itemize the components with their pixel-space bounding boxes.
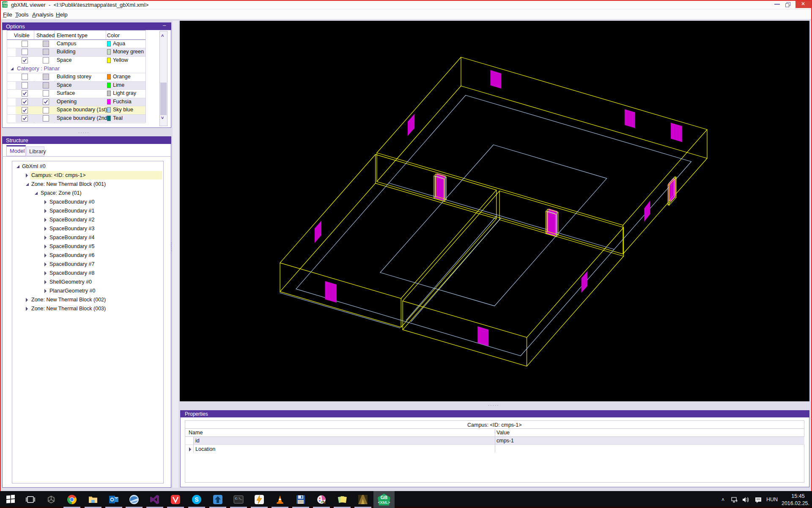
- svg-text:GB: GB: [381, 495, 388, 500]
- svg-text:C:\_: C:\_: [235, 497, 243, 500]
- svg-text:S: S: [195, 496, 198, 503]
- svg-text:<XML>: <XML>: [378, 500, 390, 505]
